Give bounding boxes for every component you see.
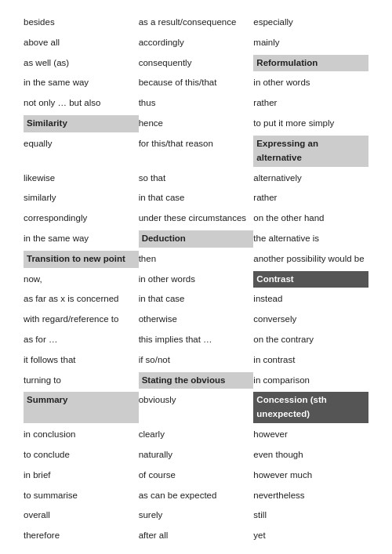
cell-col2: consequently <box>139 55 254 72</box>
cell-col3: on the other hand <box>253 210 368 227</box>
cell-col1: Summary <box>24 392 139 423</box>
cell-col3: Reformulation <box>253 55 368 72</box>
table-row: thereforeafter allyet <box>24 527 368 545</box>
cell-col2: so that <box>139 170 254 187</box>
cell-col3: yet <box>253 527 368 545</box>
cell-col3: Concession (sth unexpected) <box>253 392 368 423</box>
cell-col3: rather <box>253 95 368 112</box>
table-row: in briefof coursehowever much <box>24 467 368 484</box>
cell-col2: because of this/that <box>139 74 254 92</box>
cell-col3: conversely <box>253 311 368 328</box>
cell-col2: after all <box>139 527 254 545</box>
cell-col2: obviously <box>139 392 254 423</box>
cell-col3: rather <box>253 190 368 207</box>
table-row: above allaccordinglymainly <box>24 34 368 52</box>
cell-col2: naturally <box>139 447 254 464</box>
cell-col2: this implies that … <box>139 331 254 349</box>
table-row: in conclusionclearlyhowever <box>24 426 368 444</box>
cell-col1: besides <box>24 14 139 31</box>
cell-col2: of course <box>139 467 254 484</box>
cell-col2: hence <box>139 115 254 132</box>
cell-col3: in other words <box>253 74 368 92</box>
cell-col1: Transition to new point <box>24 251 139 268</box>
table-row: besidesas a result/consequenceespecially <box>24 14 368 31</box>
cell-col2: as can be expected <box>139 487 254 505</box>
cell-col3: still <box>253 507 368 524</box>
cell-col3: the alternative is <box>253 230 368 248</box>
table-row: to summariseas can be expectedneverthele… <box>24 487 368 505</box>
table-row: to concludenaturallyeven though <box>24 447 368 464</box>
table-row: not only … but alsothusrather <box>24 95 368 112</box>
table-row: it follows thatif so/notin contrast <box>24 352 368 369</box>
cell-col2: in other words <box>139 271 254 288</box>
cell-col2: for this/that reason <box>139 136 254 167</box>
cell-col3: however much <box>253 467 368 484</box>
cell-col2: Stating the obvious <box>139 372 254 389</box>
cell-col2: clearly <box>139 426 254 444</box>
cell-col3: mainly <box>253 34 368 52</box>
cell-col1: in the same way <box>24 74 139 92</box>
cell-col2: in that case <box>139 291 254 308</box>
table-row: in the same waybecause of this/thatin ot… <box>24 74 368 92</box>
cell-col1: in conclusion <box>24 426 139 444</box>
cell-col2: under these circumstances <box>139 210 254 227</box>
table-row: correspondinglyunder these circumstances… <box>24 210 368 227</box>
cell-col3: to put it more simply <box>253 115 368 132</box>
cell-col1: in brief <box>24 467 139 484</box>
cell-col2: Deduction <box>139 230 254 248</box>
cell-col1: to conclude <box>24 447 139 464</box>
table-row: now,in other wordsContrast <box>24 271 368 288</box>
main-table: besidesas a result/consequenceespecially… <box>24 14 368 545</box>
cell-col2: in that case <box>139 190 254 207</box>
cell-col2: accordingly <box>139 34 254 52</box>
table-row: in the same wayDeductionthe alternative … <box>24 230 368 248</box>
cell-col3: instead <box>253 291 368 308</box>
table-row: overallsurelystill <box>24 507 368 524</box>
cell-col1: overall <box>24 507 139 524</box>
cell-col3: on the contrary <box>253 331 368 349</box>
cell-col3: especially <box>253 14 368 31</box>
cell-col2: otherwise <box>139 311 254 328</box>
cell-col3: Expressing an alternative <box>253 136 368 167</box>
table-row: turning toStating the obviousin comparis… <box>24 372 368 389</box>
cell-col2: thus <box>139 95 254 112</box>
cell-col1: equally <box>24 136 139 167</box>
cell-col3: another possibility would be <box>253 251 368 268</box>
cell-col1: not only … but also <box>24 95 139 112</box>
cell-col1: as well (as) <box>24 55 139 72</box>
cell-col1: as for … <box>24 331 139 349</box>
table-row: with regard/reference tootherwiseconvers… <box>24 311 368 328</box>
cell-col1: likewise <box>24 170 139 187</box>
cell-col1: now, <box>24 271 139 288</box>
cell-col3: nevertheless <box>253 487 368 505</box>
cell-col1: as far as x is concerned <box>24 291 139 308</box>
cell-col1: above all <box>24 34 139 52</box>
cell-col1: to summarise <box>24 487 139 505</box>
cell-col3: in contrast <box>253 352 368 369</box>
table-row: as well (as)consequentlyReformulation <box>24 55 368 72</box>
table-row: Similarityhenceto put it more simply <box>24 115 368 132</box>
table-row: as for …this implies that …on the contra… <box>24 331 368 349</box>
cell-col3: in comparison <box>253 372 368 389</box>
cell-col1: similarly <box>24 190 139 207</box>
cell-col1: turning to <box>24 372 139 389</box>
cell-col3: even though <box>253 447 368 464</box>
cell-col1: correspondingly <box>24 210 139 227</box>
cell-col2: if so/not <box>139 352 254 369</box>
cell-col3: Contrast <box>253 271 368 288</box>
cell-col2: as a result/consequence <box>139 14 254 31</box>
cell-col1: Similarity <box>24 115 139 132</box>
cell-col3: alternatively <box>253 170 368 187</box>
table-row: likewiseso thatalternatively <box>24 170 368 187</box>
table-row: similarlyin that caserather <box>24 190 368 207</box>
cell-col2: then <box>139 251 254 268</box>
cell-col1: therefore <box>24 527 139 545</box>
cell-col2: surely <box>139 507 254 524</box>
table-row: SummaryobviouslyConcession (sth unexpect… <box>24 392 368 423</box>
cell-col1: in the same way <box>24 230 139 248</box>
table-row: as far as x is concernedin that caseinst… <box>24 291 368 308</box>
cell-col1: with regard/reference to <box>24 311 139 328</box>
table-row: equallyfor this/that reasonExpressing an… <box>24 136 368 167</box>
cell-col3: however <box>253 426 368 444</box>
table-row: Transition to new pointthenanother possi… <box>24 251 368 268</box>
